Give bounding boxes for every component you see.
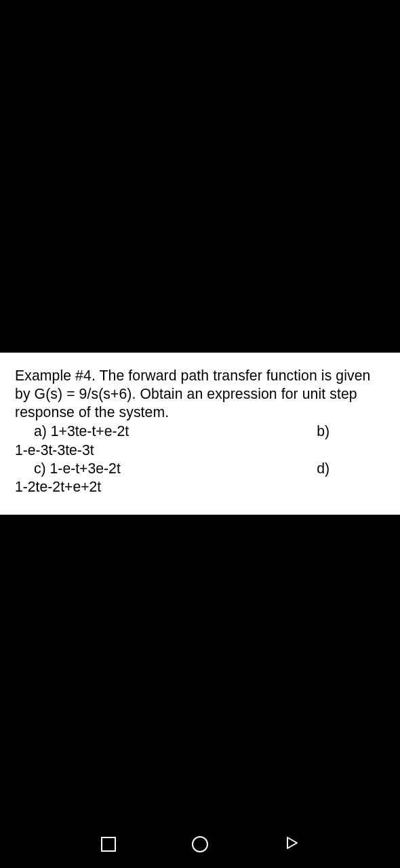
option-d-continuation: 1-2te-2t+e+2t bbox=[15, 477, 385, 496]
options-list: a) 1+3te-t+e-2t b) 1-e-3t-3te-3t c) 1-e-… bbox=[15, 422, 385, 496]
triangle-icon bbox=[283, 835, 300, 854]
navigation-bar bbox=[0, 821, 400, 868]
option-a: a) 1+3te-t+e-2t bbox=[15, 422, 129, 440]
question-panel: Example #4. The forward path transfer fu… bbox=[0, 353, 400, 515]
back-button[interactable] bbox=[278, 831, 305, 858]
option-d: d) bbox=[317, 459, 385, 477]
option-c: c) 1-e-t+3e-2t bbox=[15, 459, 121, 477]
option-b-continuation: 1-e-3t-3te-3t bbox=[15, 441, 385, 459]
option-row-ab: a) 1+3te-t+e-2t b) bbox=[15, 422, 385, 440]
square-icon bbox=[101, 837, 116, 852]
recent-apps-button[interactable] bbox=[95, 831, 122, 858]
home-button[interactable] bbox=[186, 831, 214, 858]
option-row-cd: c) 1-e-t+3e-2t d) bbox=[15, 459, 385, 477]
circle-icon bbox=[192, 836, 208, 852]
option-b: b) bbox=[317, 422, 385, 440]
question-text: Example #4. The forward path transfer fu… bbox=[15, 366, 385, 421]
